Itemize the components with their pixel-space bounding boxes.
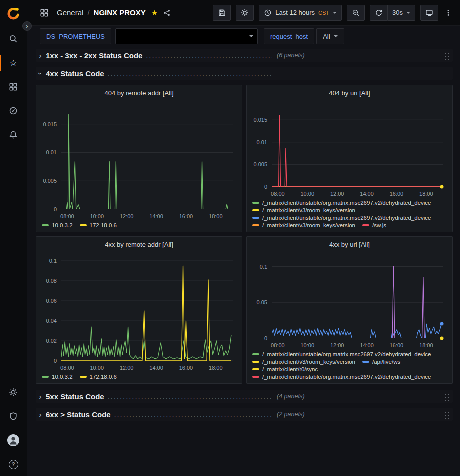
sidebar-item-alerting[interactable] — [0, 123, 27, 147]
legend-item[interactable]: /api/live/ws — [362, 359, 400, 365]
refresh-interval-dropdown[interactable]: 30s — [387, 5, 415, 21]
panel-title-text: 4xx by remote addr [All] — [105, 241, 173, 248]
legend-swatch — [252, 368, 259, 370]
variable-ds-prometheus-label[interactable]: DS_PROMETHEUS — [40, 28, 111, 44]
legend-item[interactable]: /sw.js — [362, 222, 386, 228]
y-axis-tick-label: 0.005 — [253, 161, 267, 167]
sidebar-item-explore[interactable] — [0, 99, 27, 123]
legend-label: /_matrix/client/v3/room_keys/version — [262, 359, 355, 365]
zoom-out-button[interactable] — [347, 5, 365, 21]
sidebar-item-profile[interactable] — [0, 428, 27, 452]
time-range-picker[interactable]: Last 12 hours CST — [259, 5, 342, 21]
legend-item[interactable]: 10.0.3.2 — [42, 374, 73, 380]
dashboard-settings-button[interactable] — [236, 5, 254, 21]
save-dashboard-button[interactable] — [213, 5, 231, 21]
row-dots-leader: ........................................… — [108, 393, 272, 400]
floppy-icon — [218, 9, 226, 17]
sidebar-item-configuration[interactable] — [0, 380, 27, 404]
x-axis: 08:0010:0012:0014:0016:0018:00 — [272, 340, 443, 349]
legend-item[interactable]: /_matrix/client/unstable/org.matrix.msc2… — [252, 374, 431, 380]
row-drag-handle[interactable] — [443, 392, 450, 401]
row-header-left: ›5xx Status Code........................… — [36, 392, 272, 401]
legend-label: 172.18.0.6 — [90, 374, 117, 380]
x-axis-tick-label: 10:00 — [90, 365, 104, 371]
variable-request-host-value-dropdown[interactable]: All — [316, 28, 344, 44]
chevron-down-icon: › — [36, 69, 45, 78]
star-icon: ☆ — [9, 59, 17, 67]
gear-icon — [9, 388, 18, 397]
legend-item[interactable]: 172.18.0.6 — [80, 374, 117, 380]
refresh-button[interactable] — [370, 5, 387, 21]
row-drag-handle[interactable] — [443, 410, 450, 419]
sidebar-expand-button[interactable]: › — [22, 21, 32, 31]
sidebar-item-server-admin[interactable] — [0, 404, 27, 428]
legend: /_matrix/client/unstable/org.matrix.msc2… — [247, 198, 452, 232]
dashboard-row-header[interactable]: ›6xx > Status Code......................… — [36, 408, 453, 421]
legend-item[interactable]: /_matrix/client/unstable/org.matrix.msc2… — [252, 200, 431, 206]
plot-area[interactable] — [61, 104, 233, 209]
plot-area[interactable] — [272, 256, 443, 338]
panel-title[interactable]: 404 by remote addr [All] — [36, 85, 242, 100]
y-axis-tick-label: 0 — [264, 184, 267, 190]
plot-area[interactable] — [61, 256, 233, 361]
series-line — [61, 114, 231, 209]
panel: 4xx by remote addr [All]00.020.040.060.0… — [36, 236, 242, 384]
cycle-view-mode-button[interactable] — [420, 5, 438, 21]
legend-item[interactable]: /_matrix/client/v3/room_keys/version — [252, 207, 355, 213]
legend-item[interactable]: /_matrix/client/v3/room_keys/version — [252, 359, 355, 365]
x-axis-tick-label: 08:00 — [60, 213, 74, 219]
sidebar-item-starred[interactable]: ☆ — [0, 51, 27, 75]
x-axis: 08:0010:0012:0014:0016:0018:00 — [272, 189, 443, 198]
legend-swatch — [42, 224, 49, 226]
share-button[interactable] — [161, 7, 173, 19]
x-axis-tick-label: 08:00 — [271, 342, 285, 348]
row-drag-handle[interactable] — [443, 51, 450, 60]
x-axis: 08:0010:0012:0014:0016:0018:00 — [61, 211, 233, 220]
breadcrumb-folder[interactable]: General — [57, 8, 83, 17]
panel-title-text: 404 by remote addr [All] — [104, 89, 173, 97]
variable-datasource-value-dropdown[interactable] — [115, 28, 258, 44]
plot-area[interactable] — [272, 104, 443, 187]
dashboard-row-header[interactable]: ›1xx - 3xx - 2xx Status Code............… — [36, 49, 453, 62]
legend-label: /_matrix/client/v3/room_keys/version — [262, 222, 355, 228]
gear-icon — [241, 9, 249, 17]
legend-item[interactable]: /_matrix/client/r0/sync — [252, 366, 318, 372]
chevron-down-icon — [406, 12, 410, 14]
favorite-star-icon[interactable]: ★ — [151, 8, 158, 17]
panel-title[interactable]: 4xx by uri [All] — [247, 237, 452, 252]
panel-chart: 00.0050.010.01508:0010:0012:0014:0016:00… — [40, 101, 238, 220]
row-dots-leader: ........................................… — [108, 70, 272, 77]
legend-swatch — [80, 376, 87, 378]
legend-item[interactable]: /_matrix/client/unstable/org.matrix.msc2… — [252, 215, 431, 221]
share-icon — [163, 9, 171, 17]
x-axis-tick-label: 18:00 — [209, 365, 223, 371]
legend-item[interactable]: /_matrix/client/v3/room_keys/version — [252, 222, 355, 228]
sidebar-item-dashboards[interactable] — [0, 75, 27, 99]
sidebar-item-search[interactable] — [0, 27, 27, 51]
y-axis: 00.0050.010.015 — [251, 104, 270, 187]
legend-item[interactable]: 172.18.0.6 — [80, 222, 117, 228]
chevron-right-icon: › — [36, 51, 45, 60]
dashboard-rows: ›1xx - 3xx - 2xx Status Code............… — [27, 45, 460, 421]
x-axis-tick-label: 12:00 — [120, 365, 134, 371]
panel: 4xx by uri [All]00.050.108:0010:0012:001… — [246, 236, 453, 384]
chart-svg — [272, 256, 443, 338]
chevron-down-icon — [333, 12, 337, 14]
panel-title[interactable]: 4xx by remote addr [All] — [36, 237, 242, 252]
dashboard-row-header[interactable]: ›4xx Status Code........................… — [36, 67, 453, 80]
bell-icon — [9, 130, 18, 139]
panel-title[interactable]: 404 by uri [All] — [247, 85, 452, 100]
dashboard-row-header[interactable]: ›5xx Status Code........................… — [36, 390, 453, 403]
panel-grid: 404 by remote addr [All]00.0050.010.0150… — [36, 85, 453, 384]
more-options-button[interactable] — [442, 7, 454, 19]
legend-swatch — [252, 361, 259, 363]
chevron-right-icon: › — [36, 410, 45, 419]
variable-request-host-label[interactable]: request_host — [264, 28, 314, 44]
legend-item[interactable]: /_matrix/client/unstable/org.matrix.msc2… — [252, 351, 431, 357]
y-axis-tick-label: 0.04 — [46, 318, 57, 324]
legend-item[interactable]: 10.0.3.2 — [42, 222, 73, 228]
x-axis-tick-label: 12:00 — [330, 191, 344, 197]
apps-menu-button[interactable] — [38, 6, 51, 19]
sidebar-item-help[interactable]: ? — [0, 452, 27, 476]
x-axis-tick-label: 16:00 — [390, 191, 404, 197]
